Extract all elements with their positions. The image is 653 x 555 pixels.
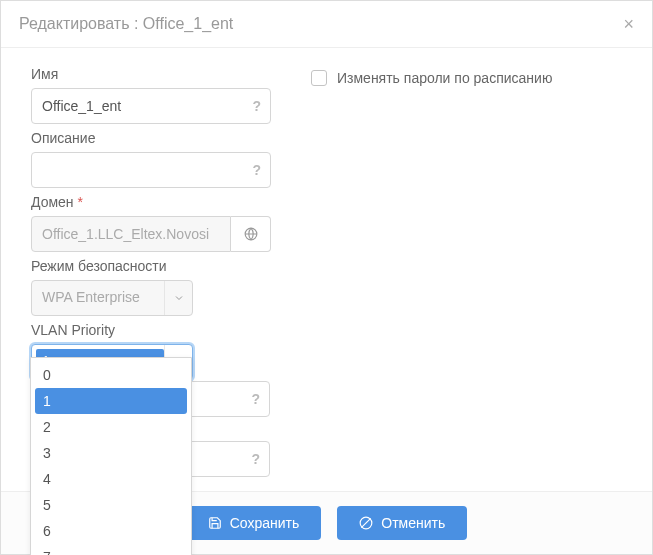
description-input[interactable] (31, 152, 271, 188)
dropdown-option[interactable]: 2 (31, 414, 191, 440)
dropdown-option[interactable]: 5 (31, 492, 191, 518)
name-label: Имя (31, 66, 271, 82)
vlan-priority-label: VLAN Priority (31, 322, 271, 338)
cancel-button[interactable]: Отменить (337, 506, 467, 540)
save-button[interactable]: Сохранить (186, 506, 322, 540)
dropdown-option[interactable]: 4 (31, 466, 191, 492)
dropdown-option[interactable]: 7 (31, 544, 191, 555)
required-marker: * (78, 194, 83, 210)
description-label: Описание (31, 130, 271, 146)
help-icon[interactable]: ? (252, 162, 261, 178)
save-icon (208, 516, 222, 530)
dropdown-option[interactable]: 1 (35, 388, 187, 414)
dropdown-option[interactable]: 0 (31, 362, 191, 388)
cancel-icon (359, 516, 373, 530)
description-field-group: Описание ? (31, 130, 271, 188)
domain-label: Домен* (31, 194, 271, 210)
vlan-priority-dropdown[interactable]: 01234567 (30, 357, 192, 555)
edit-dialog: Редактировать : Office_1_ent × Имя ? Опи… (0, 0, 653, 555)
dialog-header: Редактировать : Office_1_ent × (1, 1, 652, 48)
domain-field-group: Домен* (31, 194, 271, 252)
security-label: Режим безопасности (31, 258, 271, 274)
schedule-checkbox-row[interactable]: Изменять пароли по расписанию (311, 70, 622, 86)
schedule-checkbox-label: Изменять пароли по расписанию (337, 70, 552, 86)
close-icon[interactable]: × (623, 15, 634, 33)
security-field-group: Режим безопасности WPA Enterprise (31, 258, 271, 316)
globe-icon (244, 227, 258, 241)
help-icon[interactable]: ? (251, 391, 260, 407)
domain-input (31, 216, 231, 252)
help-icon[interactable]: ? (252, 98, 261, 114)
schedule-checkbox[interactable] (311, 70, 327, 86)
security-select[interactable]: WPA Enterprise (31, 280, 193, 316)
security-value: WPA Enterprise (32, 281, 164, 315)
domain-browse-button[interactable] (231, 216, 271, 252)
name-input[interactable] (31, 88, 271, 124)
dropdown-option[interactable]: 3 (31, 440, 191, 466)
save-button-label: Сохранить (230, 515, 300, 531)
help-icon[interactable]: ? (251, 451, 260, 467)
chevron-down-icon (164, 281, 192, 315)
dialog-title: Редактировать : Office_1_ent (19, 15, 233, 33)
form-right-column: Изменять пароли по расписанию (311, 66, 622, 473)
dropdown-option[interactable]: 6 (31, 518, 191, 544)
cancel-button-label: Отменить (381, 515, 445, 531)
name-field-group: Имя ? (31, 66, 271, 124)
svg-line-2 (362, 518, 371, 527)
